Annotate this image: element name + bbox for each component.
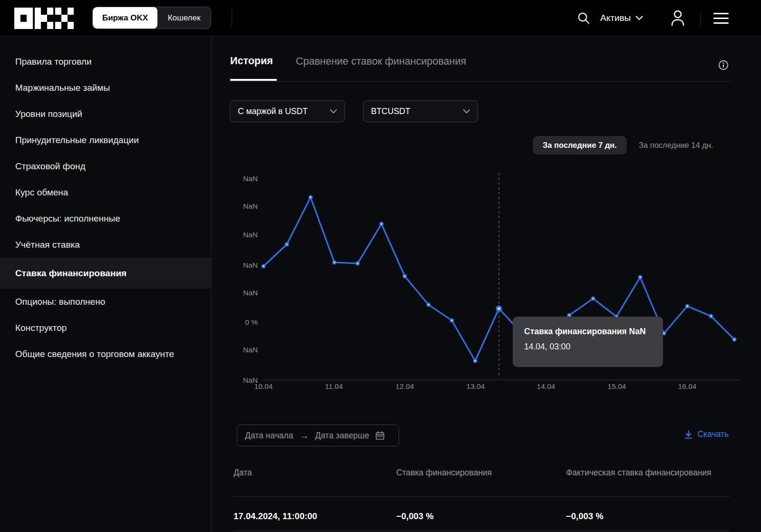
tabs-divider [230, 81, 732, 82]
x-axis-tick-label: 11.04 [325, 382, 343, 390]
chart-point-core [498, 307, 500, 310]
chart-point-core [333, 261, 335, 263]
sidebar-item[interactable]: Уровни позиций [0, 101, 211, 127]
table-cell: −0,003 % [566, 511, 730, 522]
range-7d-button[interactable]: За последние 7 дн. [533, 136, 627, 155]
sidebar-item[interactable]: Фьючерсы: исполненные [0, 205, 211, 232]
y-axis-tick-label: NaN [243, 346, 258, 354]
sidebar-item[interactable]: Принудительные ликвидации [0, 127, 211, 153]
instrument-value: BTCUSDT [371, 106, 410, 116]
sidebar-item[interactable]: Ставка финансирования [0, 258, 211, 289]
header-divider [700, 12, 701, 25]
info-icon [718, 60, 729, 70]
chart-point-core [710, 315, 712, 317]
okx-logo-icon [14, 8, 74, 29]
x-axis-tick-label: 10.04 [254, 382, 273, 390]
assets-menu[interactable]: Активы [600, 0, 643, 36]
table-row: 17.04.2024, 11:00:00−0,003 %−0,003 % [234, 511, 730, 522]
active-tab-underline [230, 79, 277, 81]
search-button[interactable] [577, 11, 590, 25]
y-axis-tick-label: NaN [243, 261, 258, 269]
end-date-placeholder: Дата заверше [315, 431, 369, 441]
assets-label: Активы [600, 13, 631, 23]
download-icon [684, 430, 693, 439]
chart-point-core [428, 304, 429, 305]
top-bar: Биржа OKX Кошелек Активы [0, 0, 761, 36]
header-divider [232, 10, 232, 27]
instrument-dropdown[interactable]: BTCUSDT [363, 100, 478, 122]
sidebar-item[interactable]: Учётная ставка [0, 232, 211, 258]
sidebar-item[interactable]: Маржинальные займы [0, 75, 211, 101]
chart-point-core [404, 275, 405, 277]
chart-point-core [263, 265, 264, 267]
info-button[interactable] [718, 60, 729, 70]
okx-logo[interactable] [14, 8, 74, 31]
wallet-toggle-button[interactable]: Кошелек [157, 7, 211, 29]
arrow-right-icon: → [299, 430, 309, 441]
sidebar-item[interactable]: Правила торговли [0, 48, 211, 75]
table-header-cell: Дата [234, 468, 396, 478]
table-cell: −0,003 % [396, 511, 566, 522]
sidebar-item[interactable]: Страховой фонд [0, 153, 211, 179]
chart-point-core [451, 319, 452, 321]
chart-tooltip: Ставка финансирования NaN 14.04, 03:00 [513, 317, 663, 367]
table-header-row: ДатаСтавка финансированияФактическая ста… [234, 468, 730, 478]
chart-point-core [568, 314, 570, 316]
chevron-down-icon [463, 109, 470, 114]
search-icon [577, 11, 590, 25]
x-axis-tick-label: 12.04 [396, 382, 414, 390]
table-divider [234, 496, 730, 497]
start-date-placeholder: Дата начала [245, 431, 293, 441]
sidebar-item[interactable]: Опционы: выполнено [0, 289, 211, 315]
chart-point-core [733, 339, 735, 340]
funding-rate-chart[interactable]: NaNNaNNaNNaNNaN0 %NaNNaN10.0411.0412.041… [224, 162, 742, 392]
y-axis-tick-label: NaN [243, 231, 258, 239]
table-header-cell: Ставка финансирования [396, 468, 566, 478]
user-icon [670, 10, 686, 28]
range-14d-button[interactable]: За последние 14 дн. [639, 136, 713, 155]
table-header-cell: Фактическая ставка финансирования [566, 468, 730, 478]
chevron-down-icon [635, 16, 643, 20]
chart-point-core [474, 360, 476, 361]
x-axis-tick-label: 13.04 [467, 382, 485, 390]
calendar-icon [375, 431, 385, 440]
sidebar-item[interactable]: Общие сведения о торговом аккаунте [0, 341, 211, 367]
burger-icon [713, 22, 729, 24]
tab-funding-comparison[interactable]: Сравнение ставок финансирования [296, 56, 466, 68]
table-divider [234, 531, 730, 531]
x-axis-tick-label: 15.04 [608, 382, 626, 390]
margin-type-value: С маржой в USDT [238, 106, 308, 116]
date-range-picker[interactable]: Дата начала → Дата заверше [237, 425, 399, 446]
exchange-toggle-button[interactable]: Биржа OKX [93, 7, 157, 29]
download-label: Скачать [697, 429, 729, 439]
download-button[interactable]: Скачать [684, 429, 729, 439]
chart-point-core [639, 276, 641, 278]
chevron-down-icon [330, 109, 337, 114]
sidebar-item[interactable]: Курс обмена [0, 179, 211, 205]
y-axis-tick-label: NaN [243, 289, 258, 297]
margin-type-dropdown[interactable]: С маржой в USDT [230, 100, 345, 122]
chart-point-core [686, 305, 688, 307]
sidebar-nav: Правила торговлиМаржинальные займыУровни… [0, 36, 212, 532]
tooltip-value: Ставка финансирования NaN [524, 327, 652, 337]
product-toggle: Биржа OKX Кошелек [92, 7, 211, 29]
main-menu-button[interactable] [713, 13, 729, 24]
tooltip-time: 14.04, 03:00 [524, 342, 652, 352]
chart-point-core [310, 196, 311, 198]
account-button[interactable] [670, 10, 686, 28]
chart-point-core [357, 262, 358, 264]
tab-history[interactable]: История [230, 55, 273, 67]
y-axis-tick-label: NaN [243, 202, 258, 210]
sidebar-item[interactable]: Конструктор [0, 315, 211, 341]
y-axis-tick-label: NaN [243, 174, 258, 183]
table-cell: 17.04.2024, 11:00:00 [234, 511, 396, 522]
x-axis-tick-label: 16.04 [678, 382, 697, 390]
main-content: История Сравнение ставок финансирования … [212, 36, 761, 532]
x-axis-tick-label: 14.04 [537, 382, 556, 390]
chart-point-core [286, 243, 287, 245]
chart-point-core [380, 223, 382, 224]
y-axis-tick-label: 0 % [245, 318, 258, 326]
chart-point-core [592, 298, 594, 299]
burger-icon [713, 13, 729, 14]
burger-icon [713, 18, 729, 19]
